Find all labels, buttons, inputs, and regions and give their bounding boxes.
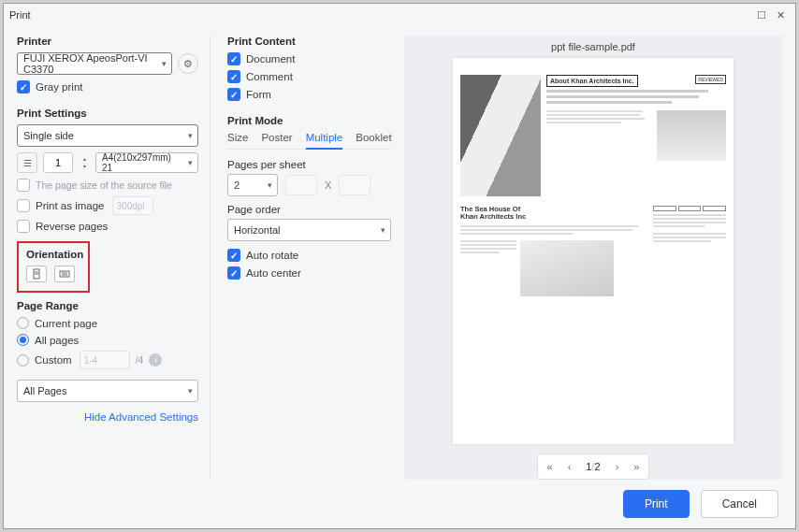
pages-per-sheet-label: Pages per sheet [227, 159, 391, 170]
current-page-radio[interactable]: Current page [17, 317, 198, 329]
tab-size[interactable]: Size [227, 132, 248, 145]
duplex-select[interactable]: Single side ▾ [17, 124, 198, 147]
pager-next-icon[interactable]: › [616, 461, 619, 472]
printer-heading: Printer [17, 36, 198, 47]
chevron-down-icon: ▾ [188, 131, 193, 140]
dialog-footer: Print Cancel [4, 480, 795, 528]
print-as-image-checkbox[interactable]: Print as image 300dpi [17, 196, 198, 215]
pager-prev-icon[interactable]: ‹ [568, 461, 572, 472]
pager-first-icon[interactable]: « [547, 461, 553, 472]
hide-advanced-link[interactable]: Hide Advanced Settings [17, 411, 198, 423]
page-order-select[interactable]: Horizontal ▾ [227, 219, 391, 241]
copies-stepper[interactable]: ▴▾ [79, 155, 90, 170]
source-file-size-checkbox[interactable]: The page size of the source file [17, 179, 198, 192]
pager-last-icon[interactable]: » [633, 461, 639, 472]
printer-selected: FUJI XEROX ApeosPort-VI C3370 [23, 52, 153, 75]
copies-input[interactable]: 1 [43, 152, 73, 173]
slide1-title: About Khan Architects Inc. [546, 75, 638, 87]
titlebar: Print ☐ ✕ [4, 4, 795, 26]
document-checkbox[interactable]: ✓Document [227, 52, 391, 65]
orientation-heading: Orientation [26, 249, 80, 260]
print-mode-tabs: Size Poster Multiple Booklet [227, 132, 391, 150]
preview-slide-2: The Sea House Of Khan Architects Inc [460, 206, 726, 296]
print-mode-heading: Print Mode [227, 115, 391, 126]
tab-poster[interactable]: Poster [261, 132, 292, 145]
radio-empty-icon [17, 317, 29, 329]
orientation-portrait-button[interactable] [26, 266, 47, 282]
page-order-label: Page order [227, 204, 391, 215]
svg-rect-3 [60, 271, 69, 277]
gray-print-checkbox[interactable]: ✓ Gray print [17, 80, 198, 93]
orientation-landscape-button[interactable] [54, 266, 75, 282]
paper-select[interactable]: A4(210x297mm) 21 ▾ [95, 152, 198, 173]
preview-filename: ppt file-sample.pdf [551, 41, 635, 52]
checkbox-empty-icon [17, 179, 30, 192]
tab-booklet[interactable]: Booklet [356, 132, 391, 145]
custom-range-radio[interactable]: Custom 1-4 /4 i [17, 351, 198, 369]
print-content-heading: Print Content [227, 36, 391, 47]
auto-rotate-checkbox[interactable]: ✓Auto rotate [227, 249, 391, 262]
collate-icon: ☰ [23, 158, 32, 168]
tab-multiple[interactable]: Multiple [306, 132, 343, 150]
info-icon: i [149, 353, 162, 367]
page-subset-select[interactable]: All Pages ▾ [17, 380, 198, 402]
chevron-down-icon: ▾ [188, 158, 193, 167]
grid-rows-input [339, 175, 370, 195]
cancel-button[interactable]: Cancel [701, 490, 778, 518]
page-range-heading: Page Range [17, 300, 198, 311]
print-dialog: Print ☐ ✕ Printer FUJI XEROX ApeosPort-V… [3, 3, 796, 529]
chevron-down-icon: ▾ [188, 386, 193, 395]
preview-slide-1: About Khan Architects Inc. REVIEWED [460, 75, 726, 196]
slide1-badge: REVIEWED [695, 75, 726, 84]
landscape-icon [59, 268, 70, 280]
dpi-input: 300dpi [112, 196, 153, 215]
checkbox-empty-icon [17, 220, 30, 233]
printer-select[interactable]: FUJI XEROX ApeosPort-VI C3370 ▾ [17, 52, 172, 75]
print-settings-heading: Print Settings [17, 108, 198, 119]
orientation-section: Orientation [17, 241, 90, 293]
comment-checkbox[interactable]: ✓Comment [227, 70, 391, 83]
window-title: Print [9, 9, 31, 21]
checkbox-checked-icon: ✓ [227, 52, 240, 65]
checkbox-empty-icon [17, 199, 30, 212]
slide2-title2: Khan Architects Inc [460, 213, 647, 221]
checkbox-checked-icon: ✓ [227, 249, 240, 262]
collate-button[interactable]: ☰ [17, 152, 37, 173]
all-pages-radio[interactable]: All pages [17, 334, 198, 346]
pages-per-sheet-select[interactable]: 2 ▾ [227, 174, 278, 196]
chevron-down-icon: ▾ [381, 225, 385, 235]
preview-page: About Khan Architects Inc. REVIEWED [453, 58, 734, 444]
gear-icon: ⚙ [183, 58, 193, 70]
preview-pager: « ‹ 1/2 › » [537, 453, 650, 480]
checkbox-checked-icon: ✓ [227, 70, 240, 83]
printer-properties-button[interactable]: ⚙ [178, 53, 198, 74]
checkbox-checked-icon: ✓ [17, 80, 30, 93]
auto-center-checkbox[interactable]: ✓Auto center [227, 266, 391, 280]
custom-range-input[interactable]: 1-4 [80, 351, 130, 369]
chevron-down-icon: ▾ [268, 180, 272, 190]
chevron-down-icon: ▾ [162, 59, 167, 68]
close-icon[interactable]: ✕ [771, 6, 790, 24]
checkbox-checked-icon: ✓ [227, 88, 240, 101]
reverse-pages-checkbox[interactable]: Reverse pages [17, 220, 198, 233]
radio-empty-icon [17, 354, 29, 367]
checkbox-checked-icon: ✓ [227, 266, 240, 280]
radio-selected-icon [17, 334, 29, 346]
form-checkbox[interactable]: ✓Form [227, 88, 391, 101]
grid-cols-input [285, 175, 317, 195]
portrait-icon [31, 268, 42, 280]
print-button[interactable]: Print [623, 490, 690, 518]
maximize-icon[interactable]: ☐ [752, 6, 771, 24]
